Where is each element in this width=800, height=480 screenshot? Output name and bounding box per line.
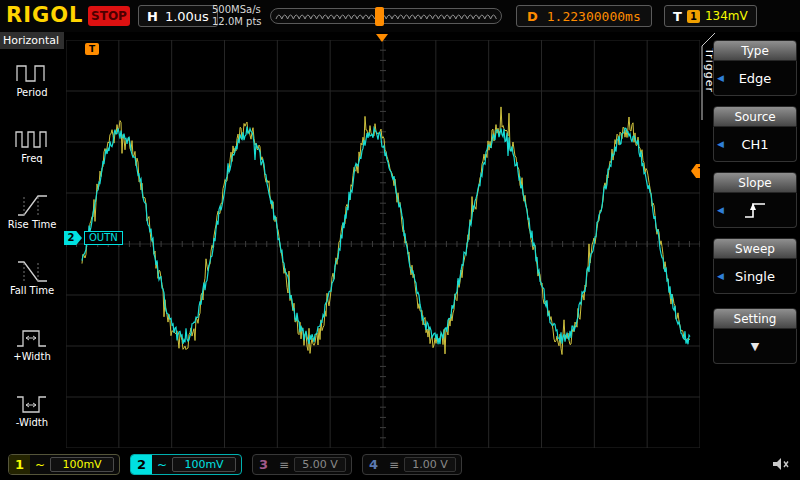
coupling-icon: ≡ bbox=[389, 458, 399, 472]
sidebar-item-label: +Width bbox=[0, 351, 64, 362]
status-bar: RIGOL STOP H 1.00us 500MSa/s 12.0M pts D… bbox=[0, 0, 800, 32]
freq-icon bbox=[14, 126, 50, 152]
horizontal-menu: Horizontal Period Freq Rise Time bbox=[0, 32, 64, 450]
rigol-logo: RIGOL bbox=[6, 3, 83, 27]
channel-scale: 1.00 V bbox=[404, 457, 456, 472]
trigger-position-marker[interactable] bbox=[376, 34, 388, 42]
plus-width-icon bbox=[14, 324, 50, 350]
channel-1-badge[interactable]: 1 ~ 100mV bbox=[8, 454, 120, 475]
waveform-display: T T 2 OUTN bbox=[64, 32, 706, 450]
channel-2-badge[interactable]: 2 ~ 100mV bbox=[130, 454, 242, 475]
channel-scale: 100mV bbox=[50, 457, 114, 472]
oscilloscope-screen: RIGOL STOP H 1.00us 500MSa/s 12.0M pts D… bbox=[0, 0, 800, 480]
sample-rate-readout: 500MSa/s 12.0M pts bbox=[212, 4, 262, 28]
left-arrow-icon: ◀ bbox=[717, 205, 724, 215]
menu-group-label: Source bbox=[713, 106, 797, 127]
channel-number: 3 bbox=[253, 455, 274, 474]
timebase-value: 1.00us bbox=[165, 9, 209, 24]
trigger-source-icon: 1 bbox=[687, 10, 700, 23]
rising-edge-icon bbox=[742, 198, 768, 222]
menu-group-slope[interactable]: Slope ◀ bbox=[713, 172, 797, 228]
chevron-down-icon: ▼ bbox=[751, 340, 759, 353]
menu-group-type[interactable]: Type ◀ Edge bbox=[713, 40, 797, 96]
menu-group-setting[interactable]: Setting ▼ bbox=[713, 308, 797, 364]
horizontal-label: H bbox=[147, 9, 158, 24]
channel-scale: 100mV bbox=[172, 457, 236, 472]
speaker-muted-icon bbox=[772, 457, 790, 472]
menu-group-value: Single bbox=[735, 269, 775, 284]
acquisition-status-badge: STOP bbox=[88, 6, 130, 26]
delay-readout: D 1.22300000ms bbox=[516, 5, 652, 27]
menu-group-source[interactable]: Source ◀ CH1 bbox=[713, 106, 797, 162]
sidebar-item-label: -Width bbox=[0, 417, 64, 428]
sidebar-item-period[interactable]: Period bbox=[0, 58, 64, 120]
graticule-svg bbox=[66, 40, 700, 448]
delay-value: 1.22300000ms bbox=[547, 9, 641, 24]
channel-number: 4 bbox=[363, 455, 384, 474]
channel-status-bar: 1 ~ 100mV 2 ~ 100mV 3 ≡ 5.00 V 4 ≡ 1.00 bbox=[0, 450, 800, 480]
sidebar-item-label: Fall Time bbox=[0, 285, 64, 296]
left-arrow-icon: ◀ bbox=[717, 271, 724, 281]
coupling-icon: ~ bbox=[157, 458, 167, 472]
channel-number: 1 bbox=[9, 455, 30, 474]
memory-depth-value: 12.0M pts bbox=[212, 16, 262, 28]
period-icon bbox=[14, 60, 50, 86]
menu-group-value: CH1 bbox=[741, 137, 768, 152]
horizontal-position-marker[interactable] bbox=[375, 7, 384, 26]
channel-3-badge[interactable]: 3 ≡ 5.00 V bbox=[252, 454, 352, 475]
trigger-menu: Trigger Type ◀ Edge Source ◀ CH1 Slope ◀ bbox=[700, 32, 800, 480]
delay-label: D bbox=[527, 9, 538, 24]
sidebar-item-freq[interactable]: Freq bbox=[0, 124, 64, 186]
coupling-icon: ~ bbox=[35, 458, 45, 472]
left-arrow-icon: ◀ bbox=[717, 139, 724, 149]
menu-group-label: Slope bbox=[713, 172, 797, 193]
channel-scale: 5.00 V bbox=[294, 457, 346, 472]
sidebar-item-label: Rise Time bbox=[0, 219, 64, 230]
menu-group-label: Setting bbox=[713, 308, 797, 329]
trigger-readout: T 1 134mV bbox=[664, 5, 757, 27]
timebase-readout: H 1.00us bbox=[138, 5, 218, 27]
sidebar-item-minus-width[interactable]: -Width bbox=[0, 388, 64, 450]
menu-group-value: Edge bbox=[739, 71, 772, 86]
horizontal-position-bar bbox=[270, 8, 502, 24]
menu-group-label: Type bbox=[713, 40, 797, 61]
sidebar-item-label: Period bbox=[0, 87, 64, 98]
trigger-level-value: 134mV bbox=[705, 9, 748, 23]
fall-time-icon bbox=[14, 258, 50, 284]
sidebar-item-plus-width[interactable]: +Width bbox=[0, 322, 64, 384]
trigger-label: T bbox=[673, 9, 682, 24]
trigger-position-clamp-marker[interactable]: T bbox=[85, 43, 99, 55]
left-arrow-icon: ◀ bbox=[717, 73, 724, 83]
horizontal-menu-title: Horizontal bbox=[0, 32, 64, 49]
minus-width-icon bbox=[14, 390, 50, 416]
menu-group-sweep[interactable]: Sweep ◀ Single bbox=[713, 238, 797, 294]
sidebar-item-rise-time[interactable]: Rise Time bbox=[0, 190, 64, 252]
channel-number: 2 bbox=[131, 455, 152, 474]
channel-4-badge[interactable]: 4 ≡ 1.00 V bbox=[362, 454, 462, 475]
sidebar-item-label: Freq bbox=[0, 153, 64, 164]
coupling-icon: ≡ bbox=[279, 458, 289, 472]
sample-rate-value: 500MSa/s bbox=[212, 4, 262, 16]
channel2-label: OUTN bbox=[84, 231, 123, 245]
menu-group-label: Sweep bbox=[713, 238, 797, 259]
posbar-wave-svg bbox=[275, 10, 497, 23]
rise-time-icon bbox=[14, 192, 50, 218]
sidebar-item-fall-time[interactable]: Fall Time bbox=[0, 256, 64, 318]
